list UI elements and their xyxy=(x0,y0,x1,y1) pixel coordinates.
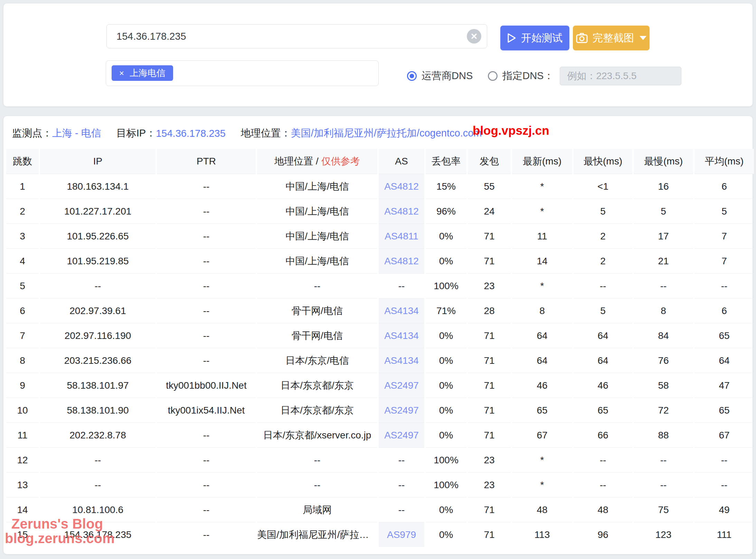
cell-fastest: 65 xyxy=(574,398,632,423)
radio-isp-dns-label[interactable]: 运营商DNS xyxy=(422,69,473,83)
cell-ip: 101.95.226.65 xyxy=(40,224,155,248)
cell-as: AS4134 xyxy=(379,323,424,348)
as-link[interactable]: AS979 xyxy=(387,529,416,540)
cell-geo: 骨干网/电信 xyxy=(257,298,377,323)
table-row: 958.138.101.97tky001bb00.IIJ.Net日本/东京都/东… xyxy=(6,373,754,398)
play-icon xyxy=(507,33,516,43)
cell-as: AS979 xyxy=(379,522,424,547)
cell-ptr: -- xyxy=(157,248,256,273)
cell-ptr: -- xyxy=(157,199,256,224)
cell-sent: 71 xyxy=(468,248,511,273)
cell-hop: 3 xyxy=(6,224,39,248)
cell-geo: -- xyxy=(257,447,377,472)
cell-slowest: 88 xyxy=(634,423,693,447)
cell-sent: 23 xyxy=(468,447,511,472)
cell-as: -- xyxy=(379,497,424,522)
cell-slowest: 8 xyxy=(634,298,693,323)
header-loss: 丢包率 xyxy=(426,149,466,174)
radio-custom-dns-label[interactable]: 指定DNS： xyxy=(502,69,554,83)
cell-as: AS2497 xyxy=(379,373,424,398)
cell-loss: 0% xyxy=(426,497,466,522)
cell-ip: 58.138.101.97 xyxy=(40,373,155,398)
cell-ip: 202.97.116.190 xyxy=(40,323,155,348)
cell-ptr: -- xyxy=(157,522,256,547)
cell-slowest: -- xyxy=(634,472,693,497)
header-hop: 跳数 xyxy=(6,149,39,174)
cell-sent: 71 xyxy=(468,224,511,248)
as-link[interactable]: AS4812 xyxy=(384,256,419,266)
cell-as: -- xyxy=(379,472,424,497)
target-ip-label: 目标IP： xyxy=(116,126,156,140)
cell-sent: 71 xyxy=(468,373,511,398)
as-link[interactable]: AS2497 xyxy=(384,380,419,391)
cell-avg: 6 xyxy=(694,174,754,199)
close-icon: ✕ xyxy=(471,31,478,41)
cell-as: AS4812 xyxy=(379,199,424,224)
cell-latest: * xyxy=(512,447,572,472)
target-ip-value[interactable]: 154.36.178.235 xyxy=(156,128,226,139)
cell-sent: 28 xyxy=(468,298,511,323)
cell-as: AS2497 xyxy=(379,398,424,423)
as-link[interactable]: AS4134 xyxy=(384,355,419,366)
cell-slowest: 84 xyxy=(634,323,693,348)
cell-ptr: tky001ix54.IIJ.Net xyxy=(157,398,256,423)
cell-loss: 0% xyxy=(426,323,466,348)
cell-as: -- xyxy=(379,273,424,298)
cell-fastest: 64 xyxy=(574,348,632,373)
cell-ip: 101.227.17.201 xyxy=(40,199,155,224)
cell-fastest: <1 xyxy=(574,174,632,199)
cell-geo: 局域网 xyxy=(257,497,377,522)
as-link[interactable]: AS2497 xyxy=(384,430,419,440)
geo-value-link[interactable]: 美国/加利福尼亚州/萨拉托加/cogentco.com xyxy=(291,126,482,140)
node-select-box[interactable]: × 上海电信 xyxy=(106,60,379,86)
cell-hop: 4 xyxy=(6,248,39,273)
cell-ip: 101.95.219.85 xyxy=(40,248,155,273)
cell-ptr: -- xyxy=(157,224,256,248)
cell-fastest: 96 xyxy=(574,522,632,547)
as-link[interactable]: AS4812 xyxy=(384,181,419,192)
table-row: 1180.163.134.1--中国/上海/电信AS481215%55*<116… xyxy=(6,174,754,199)
as-link[interactable]: AS2497 xyxy=(384,405,419,416)
cell-slowest: 76 xyxy=(634,348,693,373)
cell-latest: 67 xyxy=(512,423,572,447)
full-screenshot-button[interactable]: 完整截图 xyxy=(573,26,650,50)
table-row: 8203.215.236.66--日本/东京/电信AS41340%7164647… xyxy=(6,348,754,373)
header-ip: IP xyxy=(40,149,155,174)
cell-avg: 65 xyxy=(694,398,754,423)
table-row: 1410.81.100.6--局域网--0%7148487549 xyxy=(6,497,754,522)
cell-latest: 11 xyxy=(512,224,572,248)
cell-ip: 203.215.236.66 xyxy=(40,348,155,373)
cell-ptr: -- xyxy=(157,423,256,447)
cell-avg: 67 xyxy=(694,423,754,447)
radio-custom-dns[interactable] xyxy=(488,71,498,81)
cell-slowest: -- xyxy=(634,447,693,472)
cell-sent: 55 xyxy=(468,174,511,199)
cell-avg: 64 xyxy=(694,348,754,373)
full-screenshot-label: 完整截图 xyxy=(593,31,634,45)
as-link[interactable]: AS4134 xyxy=(384,305,419,316)
cell-ip: 10.81.100.6 xyxy=(40,497,155,522)
cell-geo: 日本/东京都/东京 xyxy=(257,398,377,423)
cell-as: AS4812 xyxy=(379,174,424,199)
remove-tag-icon[interactable]: × xyxy=(119,68,124,78)
cell-geo: -- xyxy=(257,472,377,497)
cell-latest: 65 xyxy=(512,398,572,423)
cell-fastest: 2 xyxy=(574,224,632,248)
as-link[interactable]: AS4134 xyxy=(384,330,419,341)
custom-dns-input[interactable] xyxy=(560,67,681,85)
node-tag-shanghai-telecom[interactable]: × 上海电信 xyxy=(112,65,173,81)
camera-icon xyxy=(576,33,588,43)
cell-slowest: 17 xyxy=(634,224,693,248)
cell-sent: 71 xyxy=(468,522,511,547)
radio-isp-dns[interactable] xyxy=(407,71,417,81)
as-link[interactable]: AS4812 xyxy=(384,206,419,217)
clear-input-button[interactable]: ✕ xyxy=(467,29,481,44)
monitor-link[interactable]: 上海 - 电信 xyxy=(52,126,101,140)
header-avg: 平均(ms) xyxy=(694,149,754,174)
cell-ip: -- xyxy=(40,447,155,472)
as-link[interactable]: AS4811 xyxy=(385,231,418,241)
table-row: 15154.36.178.235--美国/加利福尼亚州/萨拉托加/co...AS… xyxy=(6,522,754,547)
traceroute-table: 跳数 IP PTR 地理位置 / 仅供参考 AS 丢包率 发包 最新(ms) 最… xyxy=(5,149,755,547)
target-ip-input[interactable] xyxy=(107,31,487,42)
start-test-button[interactable]: 开始测试 xyxy=(500,26,569,50)
